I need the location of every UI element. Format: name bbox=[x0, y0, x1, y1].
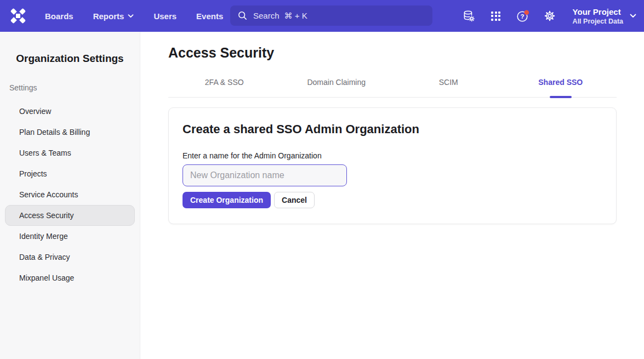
nav-item-reports[interactable]: Reports bbox=[93, 12, 134, 21]
search-shortcut: ⌘ + K bbox=[284, 11, 307, 21]
logo-core bbox=[16, 14, 20, 18]
search-placeholder: Search bbox=[253, 11, 280, 21]
project-selector[interactable]: Your Project All Project Data bbox=[573, 7, 636, 25]
nav-item-label: Reports bbox=[93, 12, 124, 21]
nav-item-events[interactable]: Events bbox=[196, 12, 223, 21]
search-icon bbox=[237, 10, 248, 21]
project-data-view: All Project Data bbox=[573, 18, 623, 25]
create-organization-button[interactable]: Create Organization bbox=[183, 192, 271, 208]
sidebar-item-plan-details-billing[interactable]: Plan Details & Billing bbox=[5, 122, 135, 143]
data-management-icon[interactable] bbox=[462, 9, 476, 23]
button-row: Create Organization Cancel bbox=[183, 192, 602, 208]
nav-item-users[interactable]: Users bbox=[153, 12, 176, 21]
project-name: Your Project bbox=[573, 7, 623, 16]
sidebar-item-identity-merge[interactable]: Identity Merge bbox=[5, 226, 135, 247]
sidebar-title: Organization Settings bbox=[0, 53, 140, 65]
settings-gear-icon[interactable] bbox=[543, 9, 557, 23]
tab-scim[interactable]: SCIM bbox=[392, 78, 505, 97]
top-nav: Boards Reports Users Events Search ⌘ + K bbox=[0, 0, 644, 32]
nav-right-cluster: ? Your Project All Project Data bbox=[462, 0, 636, 32]
primary-nav: Boards Reports Users Events bbox=[45, 12, 223, 21]
cancel-button[interactable]: Cancel bbox=[274, 192, 315, 208]
sidebar-item-mixpanel-usage[interactable]: Mixpanel Usage bbox=[5, 267, 135, 288]
org-name-label: Enter a name for the Admin Organization bbox=[183, 151, 602, 160]
sidebar-item-service-accounts[interactable]: Service Accounts bbox=[5, 184, 135, 205]
chevron-down-icon bbox=[630, 14, 636, 18]
mixpanel-logo[interactable] bbox=[10, 8, 26, 24]
tab-2fa-sso[interactable]: 2FA & SSO bbox=[168, 78, 281, 97]
sidebar-item-overview[interactable]: Overview bbox=[5, 101, 135, 122]
main-content: Access Security 2FA & SSO Domain Claimin… bbox=[140, 32, 644, 359]
tab-shared-sso[interactable]: Shared SSO bbox=[505, 78, 617, 97]
notification-dot bbox=[524, 10, 529, 15]
tab-bar: 2FA & SSO Domain Claiming SCIM Shared SS… bbox=[168, 78, 617, 98]
create-sso-org-card: Create a shared SSO Admin Organization E… bbox=[168, 107, 617, 224]
svg-text:?: ? bbox=[520, 13, 524, 20]
sidebar-item-access-security[interactable]: Access Security bbox=[5, 205, 135, 226]
org-name-input[interactable] bbox=[183, 164, 347, 186]
page-title: Access Security bbox=[168, 45, 617, 61]
sidebar-item-users-teams[interactable]: Users & Teams bbox=[5, 143, 135, 163]
apps-grid-icon[interactable] bbox=[489, 9, 503, 23]
sidebar-item-projects[interactable]: Projects bbox=[5, 163, 135, 184]
nav-item-boards[interactable]: Boards bbox=[45, 12, 73, 21]
sidebar: Organization Settings Settings Overview … bbox=[0, 32, 140, 359]
help-icon[interactable]: ? bbox=[516, 9, 530, 23]
tab-domain-claiming[interactable]: Domain Claiming bbox=[281, 78, 393, 97]
sidebar-items: Overview Plan Details & Billing Users & … bbox=[0, 101, 140, 288]
chevron-down-icon bbox=[128, 14, 134, 18]
sidebar-item-data-privacy[interactable]: Data & Privacy bbox=[5, 247, 135, 267]
search-input[interactable]: Search ⌘ + K bbox=[230, 5, 432, 26]
card-title: Create a shared SSO Admin Organization bbox=[183, 122, 602, 136]
sidebar-section-label: Settings bbox=[9, 83, 140, 92]
